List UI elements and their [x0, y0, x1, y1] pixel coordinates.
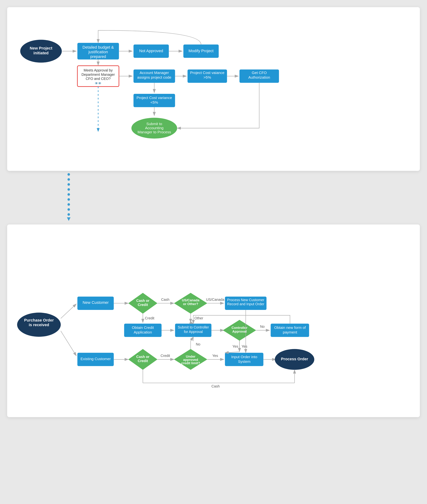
- purchase-order-label1: Purchase Order: [24, 318, 54, 323]
- meets-approval-label1: Meets Approval by: [84, 68, 113, 72]
- get-cfo-label2: Authorization: [248, 75, 270, 79]
- cost-variance-gt-label1: Project Cost vaiance: [190, 71, 224, 75]
- uscanada-label: US/Canada: [206, 297, 224, 301]
- cash-label-top: Cash: [161, 297, 169, 301]
- controller-approval-label2: Approval: [232, 330, 247, 333]
- new-project-label2: initiated: [33, 51, 49, 55]
- account-manager-label1: Account Manager: [140, 71, 169, 75]
- cash-label-bottom: Cash: [212, 384, 220, 388]
- meets-approval-label3: CFO and CEO?: [86, 77, 111, 81]
- new-project-label: New Project: [30, 46, 52, 50]
- budget-label1: Detailed budget &: [83, 45, 114, 49]
- get-cfo-label1: Get CFO: [252, 71, 267, 75]
- yes-label-2: Yes: [212, 354, 218, 358]
- diagram-card-2: Purchase Order is received New Customer …: [7, 224, 420, 417]
- process-order-label: Process Order: [281, 356, 308, 361]
- obtain-new-form-label1: Obtain new form of: [274, 325, 306, 330]
- arrow-other-controller: [191, 323, 193, 324]
- credit-label-1: Credit: [145, 316, 154, 320]
- budget-label2: justification: [88, 50, 108, 54]
- no-label-below: No: [196, 342, 200, 346]
- svg-point-7: [68, 198, 70, 201]
- submit-controller-label2: for Approval: [184, 330, 203, 334]
- eye-icon: 👁👁: [95, 81, 102, 85]
- svg-point-6: [68, 193, 70, 196]
- credit-label-2: Credit: [161, 354, 170, 358]
- svg-marker-11: [67, 217, 70, 221]
- cash-or-credit-label1: Cash or: [136, 299, 149, 302]
- yes-label-controller: Yes: [232, 344, 238, 348]
- meets-approval-label2: Department Manager: [81, 72, 115, 77]
- svg-point-10: [68, 213, 70, 216]
- arrow-po-newcust: [61, 304, 76, 318]
- submit-controller-label1: Submit to Controller: [178, 325, 209, 329]
- under-approved-label3: credit limit?: [181, 361, 200, 365]
- existing-customer-label: Existing Customer: [81, 356, 111, 361]
- cash-or-credit2-label2: Credit: [138, 359, 148, 363]
- arrow-cfo-back: [177, 83, 259, 128]
- other-label: Other: [194, 316, 203, 320]
- no-label-1: No: [260, 324, 265, 329]
- connector-dots-svg: [66, 171, 71, 224]
- yes-label-1: Yes: [242, 344, 247, 348]
- down-arrow-connector: [97, 128, 100, 132]
- svg-point-2: [68, 173, 70, 176]
- cash-or-credit-label2: Credit: [138, 303, 148, 307]
- new-customer-label: New Customer: [83, 300, 109, 305]
- submit-accounting-label3: Manager to Process: [138, 130, 171, 134]
- not-approved-label: Not Approved: [139, 49, 163, 53]
- process-new-label1: Process New Customer: [227, 298, 264, 302]
- obtain-credit-label2: Application: [134, 330, 152, 334]
- cash-or-credit2-label1: Cash or: [136, 355, 149, 359]
- account-manager-label2: assigns project code: [137, 75, 171, 79]
- purchase-order-label2: is received: [29, 323, 49, 327]
- obtain-credit-label1: Obtain Credit: [132, 325, 154, 330]
- controller-approval-label1: Controller: [231, 326, 247, 330]
- modify-project-label: Modify Project: [189, 49, 214, 53]
- flowchart-1: New Project initiated Detailed budget & …: [16, 18, 411, 159]
- submit-accounting-label2: Accounting: [145, 126, 164, 130]
- arrow-po-existcust: [61, 331, 76, 356]
- arrow-modify-back: [98, 30, 201, 45]
- process-new-label2: Record and Input Order: [227, 302, 264, 306]
- cost-variance-gt-label2: >5%: [204, 75, 211, 79]
- us-canada-label2: or Other?: [183, 302, 198, 306]
- input-order-label2: System: [238, 359, 251, 363]
- flowchart-2: Purchase Order is received New Customer …: [16, 235, 411, 406]
- svg-point-5: [68, 188, 70, 191]
- us-canada-label1: US/Canada: [182, 298, 199, 302]
- connector-section: [7, 171, 420, 224]
- diagram-card-1: New Project initiated Detailed budget & …: [7, 7, 420, 171]
- svg-point-8: [68, 203, 70, 206]
- arrow-underapp-no2: [191, 337, 193, 341]
- svg-point-9: [68, 208, 70, 211]
- cost-variance-lt-label1: Project Cost variance: [137, 96, 172, 100]
- budget-label3: prepared: [90, 54, 106, 59]
- submit-accounting-label1: Submit to: [146, 122, 162, 126]
- obtain-new-form-label2: payment: [283, 330, 297, 334]
- svg-point-3: [68, 178, 70, 181]
- cost-variance-lt-label2: <5%: [151, 100, 158, 104]
- svg-point-4: [68, 183, 70, 186]
- input-order-label1: Input Order into: [231, 355, 257, 359]
